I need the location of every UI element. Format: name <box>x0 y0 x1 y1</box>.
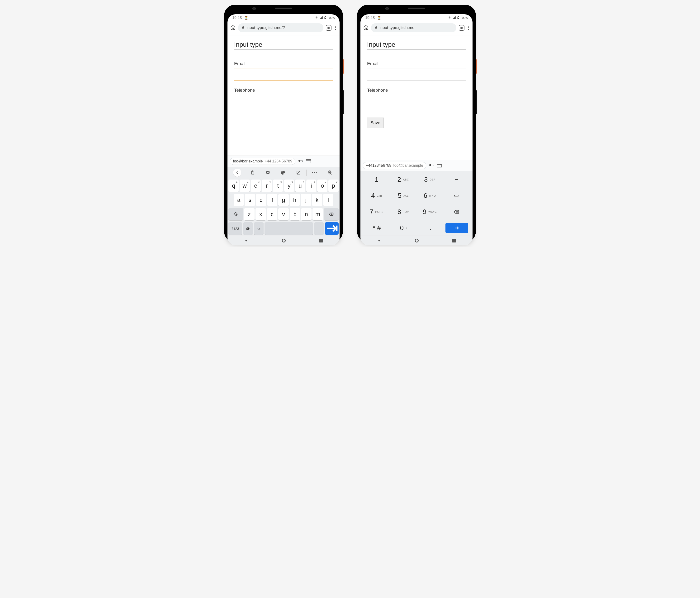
symbols-key[interactable]: ?123 <box>228 222 242 235</box>
sticker-icon[interactable] <box>291 170 306 175</box>
numpad-key-5[interactable]: 5JKL <box>391 191 415 201</box>
key-e[interactable]: e3 <box>251 179 261 192</box>
key-p[interactable]: p0 <box>328 179 339 192</box>
numpad-key-[interactable]: . <box>419 223 443 233</box>
numpad-key-3[interactable]: 3DEF <box>418 174 442 185</box>
numpad-key-8[interactable]: 8TUV <box>391 207 415 217</box>
lock-icon <box>374 25 378 30</box>
credit-card-icon[interactable] <box>437 164 442 168</box>
signal-icon <box>320 16 323 20</box>
nav-back-icon[interactable] <box>377 238 381 243</box>
key-b[interactable]: b <box>290 208 300 220</box>
numpad-key-9[interactable]: 9WXYZ <box>418 207 442 217</box>
key-u[interactable]: u7 <box>295 179 305 192</box>
phone-mockup-right: 19:23 ⏳ 34% input-type.glitch.me :D Inpu… <box>357 5 476 242</box>
telephone-field[interactable] <box>367 95 466 107</box>
shift-key[interactable] <box>228 208 243 220</box>
telephone-label: Telephone <box>234 88 333 93</box>
key-x[interactable]: x <box>255 208 266 220</box>
numpad-key-6[interactable]: 6MNO <box>418 191 442 201</box>
key-o[interactable]: o9 <box>317 179 327 192</box>
page-title: Input type <box>234 41 333 50</box>
key-a[interactable]: a <box>234 194 244 206</box>
at-key[interactable]: @ <box>243 222 253 235</box>
kb-back-icon[interactable] <box>233 169 241 177</box>
svg-rect-17 <box>431 165 434 165</box>
kebab-menu-icon[interactable] <box>467 25 470 31</box>
key-v[interactable]: v <box>278 208 289 220</box>
tab-count-badge[interactable]: :D <box>326 25 331 31</box>
svg-rect-2 <box>325 18 326 19</box>
key-y[interactable]: y6 <box>284 179 294 192</box>
credit-card-icon[interactable] <box>306 159 311 163</box>
numpad-key-2[interactable]: 2ABC <box>391 174 415 185</box>
email-field[interactable] <box>234 68 333 80</box>
key-d[interactable]: d <box>256 194 266 206</box>
key-h[interactable]: h <box>290 194 300 206</box>
nav-home-icon[interactable] <box>415 239 419 243</box>
numpad-key-[interactable]: * # <box>365 223 389 233</box>
palette-icon[interactable] <box>276 170 291 175</box>
telephone-field[interactable] <box>234 95 333 107</box>
key-n[interactable]: n <box>301 208 311 220</box>
svg-rect-15 <box>457 18 459 19</box>
numpad-space[interactable] <box>445 191 468 201</box>
backspace-key[interactable] <box>324 208 339 220</box>
clipboard-icon[interactable] <box>245 170 260 175</box>
key-t[interactable]: t5 <box>273 179 283 192</box>
home-icon[interactable] <box>230 25 235 31</box>
android-nav-bar <box>227 235 340 245</box>
email-field[interactable] <box>367 68 466 80</box>
key-i[interactable]: i8 <box>306 179 317 192</box>
nav-home-icon[interactable] <box>282 239 286 243</box>
battery-icon <box>457 16 460 20</box>
numpad-key-1[interactable]: 1 <box>365 174 389 185</box>
svg-point-16 <box>429 164 431 166</box>
emoji-key[interactable]: ☺ <box>254 222 264 235</box>
key-l[interactable]: l <box>323 194 333 206</box>
space-key[interactable] <box>265 222 314 235</box>
key-icon[interactable] <box>429 162 434 169</box>
key-z[interactable]: z <box>244 208 254 220</box>
key-icon[interactable] <box>298 158 303 165</box>
key-s[interactable]: s <box>245 194 255 206</box>
signal-icon <box>453 16 456 20</box>
key-w[interactable]: w2 <box>240 179 250 192</box>
key-q[interactable]: q1 <box>228 179 239 192</box>
nav-recent-icon[interactable] <box>319 239 323 243</box>
key-k[interactable]: k <box>312 194 322 206</box>
autofill-suggestion-bar: +44123456789 foo@bar.example <box>360 160 473 171</box>
key-m[interactable]: m <box>312 208 323 220</box>
numpad-enter[interactable] <box>446 223 468 233</box>
phone-mockup-left: 19:23 ⏳ 34% <box>224 5 343 242</box>
mic-off-icon[interactable] <box>322 170 337 175</box>
gear-icon[interactable] <box>260 170 275 175</box>
key-c[interactable]: c <box>267 208 277 220</box>
numpad-dash[interactable] <box>445 174 468 185</box>
save-button[interactable]: Save <box>367 118 384 128</box>
kebab-menu-icon[interactable] <box>334 25 337 31</box>
numpad-key-4[interactable]: 4GHI <box>365 191 389 201</box>
page-title: Input type <box>367 41 466 50</box>
period-key[interactable]: . <box>314 222 324 235</box>
battery-percent: 34% <box>461 16 468 20</box>
key-f[interactable]: f <box>267 194 277 206</box>
home-icon[interactable] <box>363 25 369 31</box>
wifi-icon <box>448 16 452 20</box>
nav-back-icon[interactable] <box>244 238 248 243</box>
more-icon[interactable] <box>307 172 322 173</box>
enter-key[interactable] <box>325 222 339 235</box>
numpad-key-7[interactable]: 7PQRS <box>365 207 389 217</box>
url-bar[interactable]: input-type.glitch.me <box>371 23 456 32</box>
url-bar[interactable]: input-type.glitch.me/? <box>238 23 323 32</box>
key-j[interactable]: j <box>301 194 311 206</box>
autofill-chip[interactable]: +44123456789 foo@bar.example <box>363 162 426 169</box>
key-g[interactable]: g <box>278 194 289 206</box>
tab-count-badge[interactable]: :D <box>459 25 465 31</box>
nav-recent-icon[interactable] <box>452 239 456 243</box>
url-text: input-type.glitch.me/? <box>247 25 285 30</box>
key-r[interactable]: r4 <box>262 179 272 192</box>
numpad-key-0[interactable]: 0+ <box>392 223 416 233</box>
numpad-back[interactable] <box>445 207 468 217</box>
autofill-chip[interactable]: foo@bar.example +44 1234 56789 <box>230 158 295 165</box>
